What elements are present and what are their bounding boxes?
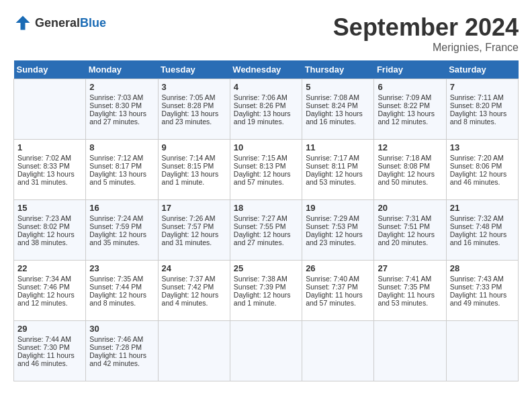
daylight-text: Daylight: 11 hours and 42 minutes. bbox=[89, 351, 154, 367]
sunset-text: Sunset: 8:30 PM bbox=[89, 101, 154, 109]
sunrise-text: Sunrise: 7:27 AM bbox=[234, 214, 298, 222]
day-number: 15 bbox=[17, 203, 82, 213]
day-number: 25 bbox=[234, 263, 298, 273]
calendar-cell: 5Sunrise: 7:08 AMSunset: 8:24 PMDaylight… bbox=[302, 79, 374, 140]
sunrise-text: Sunrise: 7:29 AM bbox=[306, 214, 370, 222]
calendar-cell: 30Sunrise: 7:46 AMSunset: 7:28 PMDayligh… bbox=[86, 321, 158, 381]
sunset-text: Sunset: 8:28 PM bbox=[162, 101, 226, 109]
sunrise-text: Sunrise: 7:37 AM bbox=[162, 275, 226, 283]
calendar-cell: 19Sunrise: 7:29 AMSunset: 7:53 PMDayligh… bbox=[302, 200, 374, 261]
location-title: Merignies, France bbox=[333, 42, 519, 54]
calendar-cell bbox=[14, 79, 86, 140]
daylight-text: Daylight: 13 hours and 5 minutes. bbox=[89, 170, 154, 186]
daylight-text: Daylight: 12 hours and 38 minutes. bbox=[17, 230, 82, 246]
calendar-cell: 16Sunrise: 7:24 AMSunset: 7:59 PMDayligh… bbox=[86, 200, 158, 261]
calendar-week-4: 29Sunrise: 7:44 AMSunset: 7:30 PMDayligh… bbox=[14, 321, 519, 381]
sunset-text: Sunset: 8:15 PM bbox=[162, 162, 226, 170]
day-number: 16 bbox=[89, 203, 154, 213]
sunrise-text: Sunrise: 7:03 AM bbox=[89, 93, 154, 101]
sunrise-text: Sunrise: 7:02 AM bbox=[17, 154, 82, 162]
daylight-text: Daylight: 12 hours and 4 minutes. bbox=[162, 291, 226, 307]
sunrise-text: Sunrise: 7:40 AM bbox=[306, 275, 370, 283]
sunset-text: Sunset: 7:57 PM bbox=[162, 222, 226, 230]
calendar-body: 2Sunrise: 7:03 AMSunset: 8:30 PMDaylight… bbox=[14, 79, 519, 381]
daylight-text: Daylight: 13 hours and 12 minutes. bbox=[378, 109, 442, 126]
day-number: 21 bbox=[450, 203, 515, 213]
sunrise-text: Sunrise: 7:11 AM bbox=[450, 93, 515, 101]
calendar-week-2: 15Sunrise: 7:23 AMSunset: 8:02 PMDayligh… bbox=[14, 200, 519, 261]
sunset-text: Sunset: 8:08 PM bbox=[378, 162, 442, 170]
sunset-text: Sunset: 8:17 PM bbox=[89, 162, 154, 170]
calendar-week-3: 22Sunrise: 7:34 AMSunset: 7:46 PMDayligh… bbox=[14, 261, 519, 321]
day-number: 18 bbox=[234, 203, 298, 213]
daylight-text: Daylight: 12 hours and 20 minutes. bbox=[378, 230, 442, 246]
logo-general: General bbox=[35, 16, 80, 30]
calendar-cell: 24Sunrise: 7:37 AMSunset: 7:42 PMDayligh… bbox=[158, 261, 230, 321]
day-header-tuesday: Tuesday bbox=[158, 60, 230, 79]
sunrise-text: Sunrise: 7:14 AM bbox=[162, 154, 226, 162]
sunrise-text: Sunrise: 7:20 AM bbox=[450, 154, 515, 162]
calendar-cell: 9Sunrise: 7:14 AMSunset: 8:15 PMDaylight… bbox=[158, 140, 230, 200]
daylight-text: Daylight: 12 hours and 53 minutes. bbox=[306, 170, 370, 186]
sunset-text: Sunset: 7:28 PM bbox=[89, 343, 154, 351]
daylight-text: Daylight: 12 hours and 27 minutes. bbox=[234, 230, 298, 246]
day-number: 29 bbox=[17, 324, 82, 334]
sunset-text: Sunset: 8:06 PM bbox=[450, 162, 515, 170]
daylight-text: Daylight: 12 hours and 35 minutes. bbox=[89, 230, 154, 246]
day-number: 9 bbox=[162, 142, 226, 152]
calendar-cell bbox=[302, 321, 374, 381]
day-number: 19 bbox=[306, 203, 370, 213]
day-number: 7 bbox=[450, 82, 515, 92]
calendar-cell: 29Sunrise: 7:44 AMSunset: 7:30 PMDayligh… bbox=[14, 321, 86, 381]
sunrise-text: Sunrise: 7:06 AM bbox=[234, 93, 298, 101]
sunset-text: Sunset: 8:13 PM bbox=[234, 162, 298, 170]
day-number: 12 bbox=[378, 142, 442, 152]
calendar-cell: 28Sunrise: 7:43 AMSunset: 7:33 PMDayligh… bbox=[446, 261, 518, 321]
sunrise-text: Sunrise: 7:08 AM bbox=[306, 93, 370, 101]
sunset-text: Sunset: 7:42 PM bbox=[162, 283, 226, 291]
day-number: 13 bbox=[450, 142, 515, 152]
calendar-cell: 4Sunrise: 7:06 AMSunset: 8:26 PMDaylight… bbox=[230, 79, 302, 140]
day-header-saturday: Saturday bbox=[446, 60, 518, 79]
calendar-cell: 18Sunrise: 7:27 AMSunset: 7:55 PMDayligh… bbox=[230, 200, 302, 261]
calendar-cell: 15Sunrise: 7:23 AMSunset: 8:02 PMDayligh… bbox=[14, 200, 86, 261]
calendar-cell: 20Sunrise: 7:31 AMSunset: 7:51 PMDayligh… bbox=[374, 200, 446, 261]
sunrise-text: Sunrise: 7:34 AM bbox=[17, 275, 82, 283]
calendar-cell: 10Sunrise: 7:15 AMSunset: 8:13 PMDayligh… bbox=[230, 140, 302, 200]
calendar-cell: 12Sunrise: 7:18 AMSunset: 8:08 PMDayligh… bbox=[374, 140, 446, 200]
sunset-text: Sunset: 7:51 PM bbox=[378, 222, 442, 230]
sunset-text: Sunset: 8:22 PM bbox=[378, 101, 442, 109]
calendar-cell: 25Sunrise: 7:38 AMSunset: 7:39 PMDayligh… bbox=[230, 261, 302, 321]
calendar-header-row: SundayMondayTuesdayWednesdayThursdayFrid… bbox=[14, 60, 519, 79]
day-number: 20 bbox=[378, 203, 442, 213]
calendar-week-0: 2Sunrise: 7:03 AMSunset: 8:30 PMDaylight… bbox=[14, 79, 519, 140]
calendar-cell: 17Sunrise: 7:26 AMSunset: 7:57 PMDayligh… bbox=[158, 200, 230, 261]
sunset-text: Sunset: 7:39 PM bbox=[234, 283, 298, 291]
sunset-text: Sunset: 8:33 PM bbox=[17, 162, 82, 170]
sunset-text: Sunset: 7:44 PM bbox=[89, 283, 154, 291]
sunset-text: Sunset: 7:33 PM bbox=[450, 283, 515, 291]
sunrise-text: Sunrise: 7:31 AM bbox=[378, 214, 442, 222]
day-header-sunday: Sunday bbox=[14, 60, 86, 79]
calendar-cell bbox=[230, 321, 302, 381]
daylight-text: Daylight: 11 hours and 46 minutes. bbox=[17, 351, 82, 367]
calendar-cell: 7Sunrise: 7:11 AMSunset: 8:20 PMDaylight… bbox=[446, 79, 518, 140]
sunset-text: Sunset: 7:55 PM bbox=[234, 222, 298, 230]
day-number: 1 bbox=[17, 142, 82, 152]
day-number: 17 bbox=[162, 203, 226, 213]
day-number: 2 bbox=[89, 82, 154, 92]
sunrise-text: Sunrise: 7:09 AM bbox=[378, 93, 442, 101]
sunrise-text: Sunrise: 7:18 AM bbox=[378, 154, 442, 162]
sunset-text: Sunset: 8:26 PM bbox=[234, 101, 298, 109]
sunrise-text: Sunrise: 7:35 AM bbox=[89, 275, 154, 283]
sunrise-text: Sunrise: 7:41 AM bbox=[378, 275, 442, 283]
sunrise-text: Sunrise: 7:32 AM bbox=[450, 214, 515, 222]
daylight-text: Daylight: 13 hours and 31 minutes. bbox=[17, 170, 82, 186]
sunrise-text: Sunrise: 7:23 AM bbox=[17, 214, 82, 222]
day-header-wednesday: Wednesday bbox=[230, 60, 302, 79]
sunset-text: Sunset: 7:53 PM bbox=[306, 222, 370, 230]
calendar-cell bbox=[158, 321, 230, 381]
calendar-week-1: 1Sunrise: 7:02 AMSunset: 8:33 PMDaylight… bbox=[14, 140, 519, 200]
day-number: 27 bbox=[378, 263, 442, 273]
daylight-text: Daylight: 13 hours and 16 minutes. bbox=[306, 109, 370, 126]
